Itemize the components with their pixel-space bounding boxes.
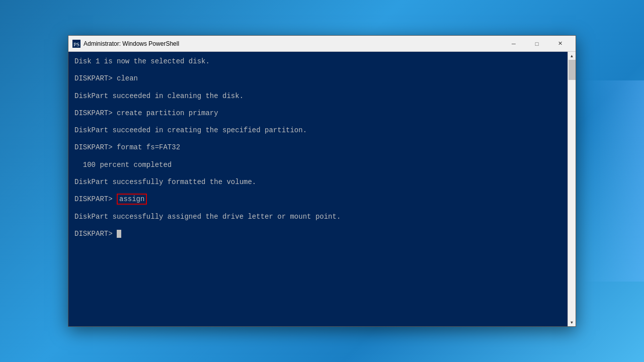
- close-button[interactable]: ✕: [548, 36, 572, 52]
- spacer-1: [74, 67, 559, 73]
- spacer-7: [74, 171, 559, 176]
- powershell-window: PS Administrator: Windows PowerShell ─ □…: [68, 35, 576, 327]
- terminal-body[interactable]: Disk 1 is now the selected disk. DISKPAR…: [68, 52, 576, 326]
- spacer-10: [74, 223, 559, 228]
- assign-highlight: assign: [117, 194, 147, 205]
- title-bar: PS Administrator: Windows PowerShell ─ □…: [68, 36, 576, 52]
- line-clean-result: DiskPart succeeded in cleaning the disk.: [74, 90, 559, 102]
- scrollbar[interactable]: ▲ ▼: [568, 52, 576, 326]
- spacer-4: [74, 119, 559, 125]
- scroll-down-button[interactable]: ▼: [568, 318, 576, 326]
- spacer-9: [74, 205, 559, 211]
- spacer-5: [74, 136, 559, 142]
- line-disk-selected: Disk 1 is now the selected disk.: [74, 56, 559, 67]
- spacer-3: [74, 102, 559, 108]
- maximize-button[interactable]: □: [525, 36, 548, 52]
- window-title: Administrator: Windows PowerShell: [84, 40, 502, 47]
- line-assign-cmd: DISKPART> assign: [74, 194, 559, 205]
- scroll-up-button[interactable]: ▲: [568, 52, 576, 60]
- svg-text:PS: PS: [73, 41, 79, 47]
- line-prompt: DISKPART>: [74, 228, 559, 240]
- line-format-result: DiskPart successfully formatted the volu…: [74, 176, 559, 188]
- minimize-button[interactable]: ─: [502, 36, 525, 52]
- scrollbar-thumb[interactable]: [569, 60, 576, 80]
- cursor: [117, 230, 121, 238]
- line-format-cmd: DISKPART> format fs=FAT32: [74, 142, 559, 153]
- line-percent: 100 percent completed: [74, 159, 559, 171]
- spacer-2: [74, 84, 559, 90]
- window-controls: ─ □ ✕: [502, 36, 572, 52]
- line-create-result: DiskPart succeeded in creating the speci…: [74, 125, 559, 136]
- line-clean-cmd: DISKPART> clean: [74, 73, 559, 84]
- powershell-icon: PS: [72, 40, 80, 48]
- spacer-6: [74, 154, 559, 159]
- line-create-cmd: DISKPART> create partition primary: [74, 108, 559, 119]
- terminal-content: Disk 1 is now the selected disk. DISKPAR…: [74, 56, 570, 322]
- line-assign-result: DiskPart successfully assigned the drive…: [74, 211, 559, 223]
- spacer-8: [74, 188, 559, 194]
